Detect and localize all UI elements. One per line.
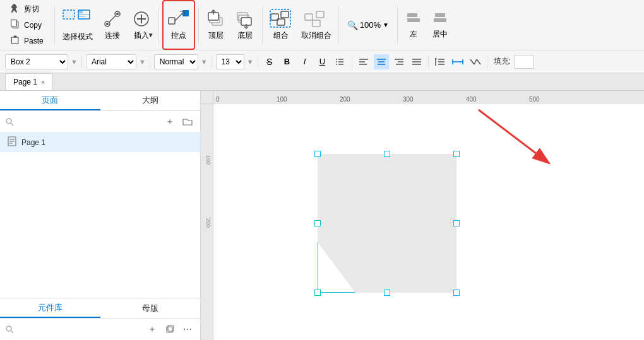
sidebar-bottom-tabs: 元件库 母版 (0, 298, 200, 319)
char-spacing-button[interactable] (450, 54, 465, 69)
zoom-control[interactable]: 🔍 100% ▼ (342, 20, 394, 30)
handle-bottom-left[interactable] (314, 290, 321, 296)
box-name-select[interactable]: Box 2 (5, 54, 68, 69)
component-search-bar: ＋ ⋯ (0, 319, 200, 340)
list-button[interactable] (333, 54, 348, 69)
zoom-search-icon: 🔍 (347, 20, 358, 30)
ruler-mark-400: 400 (466, 96, 477, 103)
group-button[interactable]: 组合 (266, 0, 296, 50)
select-mode-icon (62, 8, 93, 30)
handle-middle-right[interactable] (453, 220, 460, 226)
connect-label: 连接 (105, 30, 120, 41)
insert-button[interactable]: 插入 ▼ (128, 0, 155, 50)
ruler-mark-500: 500 (529, 96, 540, 103)
handle-top-right[interactable] (453, 151, 460, 157)
shape-container[interactable] (318, 154, 456, 293)
style-select[interactable]: Normal (154, 54, 198, 69)
size-select[interactable]: 13 (216, 54, 244, 69)
bold-button[interactable]: B (280, 54, 295, 69)
italic-button[interactable]: I (297, 54, 313, 69)
handle-bottom-middle[interactable] (384, 290, 390, 296)
group-icon (270, 9, 292, 29)
paste-button[interactable]: Paste (8, 33, 46, 48)
svg-rect-38 (435, 13, 445, 17)
cut-label: 剪切 (24, 4, 39, 15)
bottom-layer-button[interactable]: 底层 (231, 0, 259, 50)
strikethrough-button[interactable]: S (262, 54, 277, 69)
ungroup-icon (304, 9, 329, 29)
control-point-label: 控点 (171, 30, 186, 41)
align-center-text-button[interactable] (374, 54, 389, 69)
svg-line-20 (175, 13, 182, 21)
ungroup-button[interactable]: 取消组合 (297, 0, 335, 50)
left-align-label: 左 (410, 29, 417, 40)
cut-icon (10, 3, 20, 15)
pages-search-input[interactable] (19, 117, 157, 126)
svg-rect-39 (434, 18, 446, 22)
svg-line-66 (474, 59, 477, 64)
align-left-text-button[interactable] (356, 54, 371, 69)
svg-line-75 (11, 331, 13, 333)
ruler-top: 0 100 200 300 400 500 (213, 91, 644, 103)
word-spacing-button[interactable] (468, 54, 483, 69)
page1-tab[interactable]: Page 1 × (5, 73, 53, 90)
pages-search-icon (5, 117, 14, 126)
svg-rect-5 (64, 11, 74, 18)
canvas-page[interactable] (213, 103, 644, 340)
page1-list-item[interactable]: Page 1 (0, 132, 200, 152)
outline-tab[interactable]: 大纲 (100, 91, 201, 110)
zoom-value: 100% (360, 20, 381, 30)
underline-button[interactable]: U (315, 54, 330, 69)
copy-button[interactable]: Copy (8, 18, 46, 32)
fill-color-box[interactable] (515, 55, 534, 69)
control-point-button[interactable]: 控点 (162, 0, 195, 50)
svg-rect-9 (79, 16, 85, 17)
pages-tab[interactable]: 页面 (0, 91, 100, 110)
format-sep-4 (258, 56, 258, 68)
ruler-mark-0: 0 (216, 96, 220, 103)
handle-top-middle[interactable] (384, 151, 390, 157)
handle-middle-left[interactable] (314, 220, 321, 226)
group-label: 组合 (273, 30, 289, 41)
left-align-button[interactable]: 左 (401, 0, 426, 50)
svg-rect-34 (316, 11, 324, 18)
separator-6 (397, 6, 398, 44)
svg-rect-3 (14, 36, 17, 38)
ruler-left: 100 200 (201, 103, 213, 340)
handle-bottom-right[interactable] (453, 290, 460, 296)
align-right-text-button[interactable] (391, 54, 407, 69)
copy-icon (10, 19, 20, 31)
folder-button[interactable] (180, 114, 195, 129)
cut-button[interactable]: 剪切 (8, 2, 46, 16)
add-page-button[interactable]: ＋ (162, 114, 177, 129)
page1-tab-close[interactable]: × (41, 78, 45, 86)
connect-button[interactable]: 连接 (98, 0, 126, 50)
zoom-dropdown-icon: ▼ (383, 21, 389, 28)
master-tab[interactable]: 母版 (100, 298, 201, 318)
page1-list-label: Page 1 (21, 138, 45, 147)
handle-top-left[interactable] (314, 151, 321, 157)
main-layout: 页面 大纲 ＋ Page 1 (0, 91, 644, 340)
center-align-button[interactable]: 居中 (427, 0, 453, 50)
svg-point-43 (336, 59, 337, 60)
svg-rect-7 (79, 11, 83, 13)
ungroup-label: 取消组合 (301, 30, 331, 41)
top-layer-button[interactable]: 顶层 (202, 0, 230, 50)
svg-marker-78 (318, 154, 456, 293)
line-spacing-button[interactable] (432, 54, 448, 69)
component-tab[interactable]: 元件库 (0, 298, 100, 318)
svg-line-67 (477, 59, 480, 64)
more-component-button[interactable]: ⋯ (180, 322, 195, 337)
add-component-button[interactable]: ＋ (145, 322, 160, 337)
svg-rect-18 (169, 18, 175, 24)
font-select[interactable]: Arial (86, 54, 136, 69)
justify-text-button[interactable] (409, 54, 424, 69)
component-search-input[interactable] (19, 325, 140, 334)
duplicate-component-button[interactable] (162, 322, 177, 337)
svg-rect-8 (79, 14, 89, 15)
pages-actions: ＋ (162, 114, 195, 129)
component-actions: ＋ ⋯ (145, 322, 195, 337)
svg-point-74 (6, 326, 11, 331)
format-sep-7 (487, 56, 487, 68)
select-mode-button[interactable]: 选择模式 (58, 0, 97, 50)
